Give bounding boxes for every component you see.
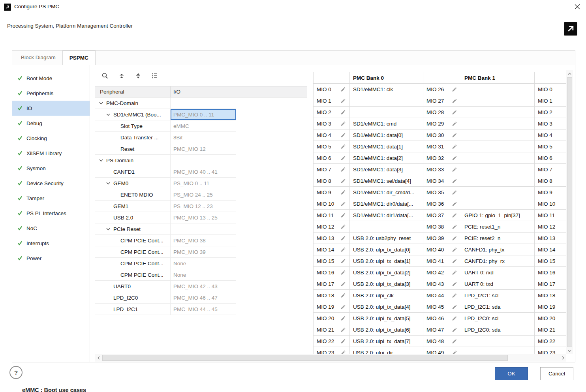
sidebar-item-clocking[interactable]: Clocking	[12, 131, 90, 146]
sidebar-item-device-security[interactable]: Device Security	[12, 176, 90, 191]
tree-row-cpm-pcie-cont[interactable]: CPM PCIE Cont...PMC_MIO 38	[95, 235, 319, 246]
pencil-icon[interactable]	[452, 339, 457, 344]
pencil-icon[interactable]	[452, 156, 457, 161]
pencil-icon[interactable]	[340, 327, 346, 332]
tree-row-gem0[interactable]: GEM0PS_MIO 0 .. 11	[95, 178, 319, 189]
tree-peripheral-cell[interactable]: GEM1	[95, 201, 170, 212]
tree-peripheral-cell[interactable]: LPD_I2C0	[95, 292, 170, 303]
pencil-icon[interactable]	[340, 178, 346, 184]
tree-io-cell[interactable]	[170, 155, 236, 166]
tree-io-cell[interactable]: eMMC	[170, 120, 236, 131]
tree-io-cell[interactable]: PMC_MIO 44 .. 45	[170, 304, 236, 315]
pencil-icon[interactable]	[452, 98, 457, 103]
tree-peripheral-cell[interactable]: GEM0	[95, 178, 170, 189]
tree-row-lpd-i2c0[interactable]: LPD_I2C0PMC_MIO 46 .. 47	[95, 292, 319, 304]
tree-peripheral-cell[interactable]: Reset	[95, 143, 170, 154]
pencil-icon[interactable]	[340, 281, 346, 287]
tree-row-cpm-pcie-cont[interactable]: CPM PCIE Cont...None	[95, 269, 319, 281]
list-view-icon[interactable]	[149, 71, 160, 81]
tree-peripheral-cell[interactable]: UART0	[95, 281, 170, 292]
pencil-icon[interactable]	[340, 133, 346, 138]
tree-row-enet0-mdio[interactable]: ENET0 MDIOPS_MIO 24 .. 25	[95, 189, 319, 201]
horizontal-scroll-thumb[interactable]	[102, 355, 508, 361]
tree-peripheral-cell[interactable]: ENET0 MDIO	[95, 189, 170, 200]
pencil-icon[interactable]	[452, 259, 457, 264]
sidebar-item-noc[interactable]: NoC	[12, 221, 90, 236]
tree-io-cell[interactable]: None	[170, 258, 236, 269]
pencil-icon[interactable]	[452, 350, 457, 354]
pencil-icon[interactable]	[452, 87, 457, 92]
scroll-left-icon[interactable]	[95, 354, 102, 362]
tree-row-gem1[interactable]: GEM1PS_MIO 12 .. 23	[95, 201, 319, 212]
chevron-down-icon[interactable]	[106, 228, 113, 231]
pencil-icon[interactable]	[340, 236, 346, 241]
tree-row-lpd-i2c1[interactable]: LPD_I2C1PMC_MIO 44 .. 45	[95, 304, 319, 315]
tree-row-canfd1[interactable]: CANFD1PMC_MIO 40 .. 41	[95, 166, 319, 178]
pencil-icon[interactable]	[452, 304, 457, 309]
pencil-icon[interactable]	[340, 121, 346, 126]
scroll-right-icon[interactable]	[560, 354, 566, 362]
pencil-icon[interactable]	[452, 201, 457, 206]
pencil-icon[interactable]	[340, 167, 346, 172]
search-icon[interactable]	[100, 71, 111, 81]
tree-io-cell[interactable]: PS_MIO 0 .. 11	[170, 178, 236, 189]
pencil-icon[interactable]	[452, 121, 457, 126]
pencil-icon[interactable]	[340, 87, 346, 92]
cancel-button[interactable]: Cancel	[540, 367, 573, 380]
pencil-icon[interactable]	[340, 293, 346, 298]
pencil-icon[interactable]	[340, 247, 346, 252]
tree-row-cpm-pcie-cont[interactable]: CPM PCIE Cont...None	[95, 258, 319, 269]
chevron-down-icon[interactable]	[99, 102, 106, 105]
tab-block-diagram[interactable]: Block Diagram	[14, 51, 62, 65]
pencil-icon[interactable]	[452, 167, 457, 172]
pencil-icon[interactable]	[340, 350, 346, 354]
pencil-icon[interactable]	[452, 316, 457, 321]
sidebar-item-boot-mode[interactable]: Boot Mode	[12, 71, 90, 86]
pencil-icon[interactable]	[340, 110, 346, 115]
tree-io-cell[interactable]: PMC_MIO 0 .. 11	[170, 109, 236, 120]
sidebar-item-xilsem-library[interactable]: XilSEM Library	[12, 146, 90, 161]
pencil-icon[interactable]	[340, 213, 346, 218]
pencil-icon[interactable]	[452, 178, 457, 184]
tree-io-cell[interactable]: PS_MIO 24 .. 25	[170, 189, 236, 200]
tree-peripheral-cell[interactable]: USB 2.0	[95, 212, 170, 223]
sidebar-item-peripherals[interactable]: Peripherals	[12, 86, 90, 101]
tree-io-cell[interactable]: 8Bit	[170, 132, 236, 143]
horizontal-scrollbar[interactable]	[95, 354, 566, 362]
pencil-icon[interactable]	[452, 270, 457, 275]
pencil-icon[interactable]	[340, 339, 346, 344]
pencil-icon[interactable]	[340, 270, 346, 275]
tree-io-cell[interactable]	[170, 98, 236, 109]
tree-io-cell[interactable]: PMC_MIO 39	[170, 246, 236, 257]
pencil-icon[interactable]	[340, 224, 346, 229]
sidebar-item-interrupts[interactable]: Interrupts	[12, 236, 90, 251]
pencil-icon[interactable]	[340, 304, 346, 309]
vertical-scrollbar[interactable]	[566, 70, 573, 354]
tree-peripheral-cell[interactable]: PS-Domain	[95, 155, 170, 166]
tree-row-pmc-domain[interactable]: PMC-Domain	[95, 98, 319, 109]
tree-row-uart0[interactable]: UART0PMC_MIO 42 .. 43	[95, 281, 319, 292]
pencil-icon[interactable]	[452, 327, 457, 332]
tree-io-cell[interactable]: PMC_MIO 46 .. 47	[170, 292, 236, 303]
pencil-icon[interactable]	[340, 259, 346, 264]
pencil-icon[interactable]	[340, 144, 346, 149]
tree-peripheral-cell[interactable]: PCIe Reset	[95, 223, 170, 234]
collapse-all-icon[interactable]	[116, 71, 127, 81]
close-icon[interactable]	[575, 4, 581, 10]
tree-peripheral-cell[interactable]: PMC-Domain	[95, 98, 170, 109]
tree-io-cell[interactable]: PMC_MIO 40 .. 41	[170, 166, 236, 177]
tree-io-cell[interactable]: None	[170, 269, 236, 280]
pencil-icon[interactable]	[452, 224, 457, 229]
tree-row-ps-domain[interactable]: PS-Domain	[95, 155, 319, 166]
tree-peripheral-cell[interactable]: CPM PCIE Cont...	[95, 269, 170, 280]
scroll-up-icon[interactable]	[566, 70, 573, 77]
tree-peripheral-cell[interactable]: Slot Type	[95, 120, 170, 131]
pencil-icon[interactable]	[452, 281, 457, 287]
tree-peripheral-cell[interactable]: CPM PCIE Cont...	[95, 258, 170, 269]
sidebar-item-ps-pl-interfaces[interactable]: PS PL Interfaces	[12, 206, 90, 221]
tree-io-cell[interactable]: PMC_MIO 42 .. 43	[170, 281, 236, 292]
tree-peripheral-cell[interactable]: LPD_I2C1	[95, 304, 170, 315]
tree-row-data-transfer[interactable]: Data Transfer ...8Bit	[95, 132, 319, 143]
vertical-scroll-thumb[interactable]	[567, 77, 572, 347]
pencil-icon[interactable]	[452, 213, 457, 218]
